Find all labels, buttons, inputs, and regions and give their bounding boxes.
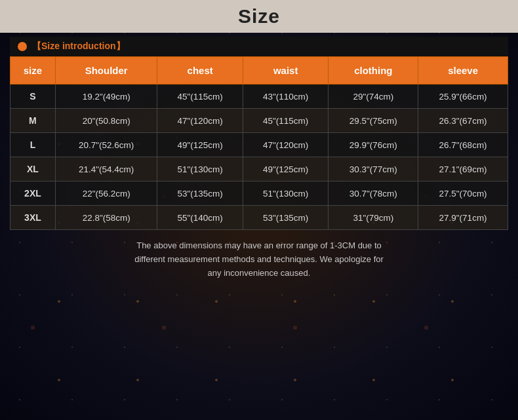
cell-4-0: 2XL [10, 181, 56, 206]
table-row: M20"(50.8cm)47"(120cm)45"(115cm)29.5"(75… [10, 109, 508, 133]
cell-5-3: 53"(135cm) [243, 206, 329, 230]
cell-4-3: 51"(130cm) [243, 181, 329, 206]
cell-2-5: 26.7"(68cm) [418, 133, 508, 157]
col-header-clothing: clothing [329, 57, 418, 85]
size-intro-label: 【Size introduction】 [32, 41, 125, 52]
col-header-shoulder: Shoulder [55, 57, 157, 85]
cell-2-2: 49"(125cm) [157, 133, 243, 157]
cell-3-0: XL [10, 157, 56, 181]
table-header-row: size Shoulder chest waist clothing sleev… [10, 57, 508, 85]
cell-1-2: 47"(120cm) [157, 109, 243, 133]
cell-5-1: 22.8"(58cm) [55, 206, 157, 230]
cell-1-1: 20"(50.8cm) [55, 109, 157, 133]
cell-0-4: 29"(74cm) [329, 85, 418, 109]
table-container: 【Size introduction】 size Shoulder chest … [10, 37, 508, 230]
cell-2-3: 47"(120cm) [243, 133, 329, 157]
col-header-waist: waist [243, 57, 329, 85]
page-title: Size [238, 5, 280, 27]
table-row: 2XL22"(56.2cm)53"(135cm)51"(130cm)30.7"(… [10, 181, 508, 206]
size-table: size Shoulder chest waist clothing sleev… [10, 56, 508, 230]
cell-3-3: 49"(125cm) [243, 157, 329, 181]
col-header-sleeve: sleeve [418, 57, 508, 85]
table-row: 3XL22.8"(58cm)55"(140cm)53"(135cm)31"(79… [10, 206, 508, 230]
cell-5-5: 27.9"(71cm) [418, 206, 508, 230]
cell-1-3: 45"(115cm) [243, 109, 329, 133]
size-intro-bar: 【Size introduction】 [10, 37, 508, 56]
cell-0-3: 43"(110cm) [243, 85, 329, 109]
cell-4-4: 30.7"(78cm) [329, 181, 418, 206]
cell-4-2: 53"(135cm) [157, 181, 243, 206]
cell-1-0: M [10, 109, 56, 133]
title-area: Size [0, 0, 518, 33]
cell-5-4: 31"(79cm) [329, 206, 418, 230]
cell-1-5: 26.3"(67cm) [418, 109, 508, 133]
disclaimer-text: The above dimensions may have an error r… [108, 239, 410, 280]
cell-0-5: 25.9"(66cm) [418, 85, 508, 109]
col-header-chest: chest [157, 57, 243, 85]
cell-0-2: 45"(115cm) [157, 85, 243, 109]
cell-4-5: 27.5"(70cm) [418, 181, 508, 206]
cell-0-1: 19.2"(49cm) [55, 85, 157, 109]
orange-dot-icon [18, 42, 27, 51]
cell-5-2: 55"(140cm) [157, 206, 243, 230]
table-row: L20.7"(52.6cm)49"(125cm)47"(120cm)29.9"(… [10, 133, 508, 157]
cell-1-4: 29.5"(75cm) [329, 109, 418, 133]
cell-3-5: 27.1"(69cm) [418, 157, 508, 181]
table-row: XL21.4"(54.4cm)51"(130cm)49"(125cm)30.3"… [10, 157, 508, 181]
cell-5-0: 3XL [10, 206, 56, 230]
cell-2-1: 20.7"(52.6cm) [55, 133, 157, 157]
table-row: S19.2"(49cm)45"(115cm)43"(110cm)29"(74cm… [10, 85, 508, 109]
cell-2-4: 29.9"(76cm) [329, 133, 418, 157]
col-header-size: size [10, 57, 56, 85]
cell-3-1: 21.4"(54.4cm) [55, 157, 157, 181]
cell-4-1: 22"(56.2cm) [55, 181, 157, 206]
cell-3-2: 51"(130cm) [157, 157, 243, 181]
cell-0-0: S [10, 85, 56, 109]
cell-2-0: L [10, 133, 56, 157]
cell-3-4: 30.3"(77cm) [329, 157, 418, 181]
